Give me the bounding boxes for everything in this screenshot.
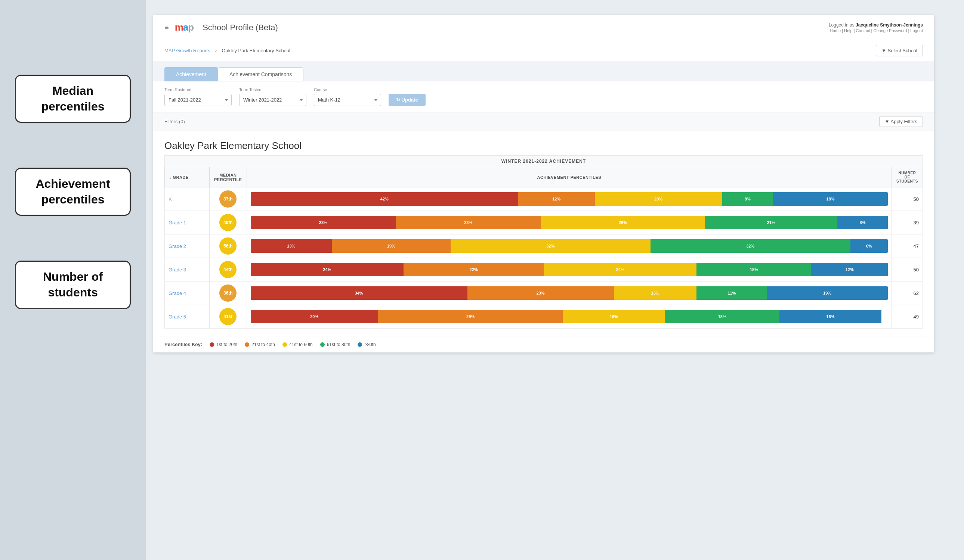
legend-dot [245, 342, 249, 347]
legend-item-label: 1st to 20th [217, 342, 237, 347]
grade-link[interactable]: Grade 1 [169, 220, 186, 226]
legend-item: 61st to 80th [320, 342, 350, 347]
number-cell: 50 [892, 258, 923, 281]
logged-in-text: Logged in as Jacqueline Smythson-Jenning… [829, 23, 923, 28]
header-user-info: Logged in as Jacqueline Smythson-Jenning… [829, 23, 923, 33]
legend-item-label: >80th [364, 342, 376, 347]
course-group: Course Math K-12 [314, 88, 381, 106]
number-cell: 47 [892, 234, 923, 258]
term-rostered-label: Term Rostered [164, 88, 232, 92]
median-badge: 44th [219, 261, 236, 278]
term-tested-select[interactable]: Winter 2021-2022 [239, 94, 306, 106]
course-select[interactable]: Math K-12 [314, 94, 381, 106]
grade-link[interactable]: Grade 2 [169, 243, 186, 249]
col-header-achievement: Achievement Percentiles [247, 167, 892, 187]
term-tested-label: Term Tested [239, 88, 306, 92]
bar-segment: 12% [518, 192, 595, 206]
number-cell: 39 [892, 211, 923, 234]
breadcrumb-current: Oakley Park Elementary School [221, 48, 290, 54]
bar-container: 13%19%32%32%6% [251, 239, 888, 253]
median-badge: 49th [219, 214, 236, 231]
legend-item: 21st to 40th [245, 342, 275, 347]
bar-segment: 8% [837, 216, 888, 229]
apply-filters-button[interactable]: ▼ Apply Filters [879, 116, 923, 127]
legend-dot [320, 342, 325, 347]
annotations-panel: Median percentiles Achievement percentil… [0, 0, 146, 309]
grade-link[interactable]: Grade 5 [169, 314, 186, 320]
breadcrumb-link[interactable]: MAP Growth Reports [164, 48, 210, 54]
bar-segment: 16% [779, 310, 881, 323]
legend-item: >80th [358, 342, 376, 347]
grade-link[interactable]: Grade 4 [169, 291, 186, 296]
select-school-button[interactable]: ▼ Select School [876, 45, 923, 56]
bar-segment: 20% [595, 192, 722, 206]
bar-segment: 42% [251, 192, 518, 206]
breadcrumb-bar: MAP Growth Reports > Oakley Park Element… [153, 40, 934, 61]
bar-container: 34%23%13%11%19% [251, 286, 888, 300]
breadcrumb: MAP Growth Reports > Oakley Park Element… [164, 48, 290, 54]
median-badge: 36th [219, 284, 236, 302]
annotation-median: Median percentiles [15, 75, 131, 123]
bar-cell: 13%19%32%32%6% [247, 234, 892, 258]
bar-segment: 24% [544, 263, 697, 276]
table-row: Grade 541st20%29%16%18%16%49 [165, 305, 923, 328]
term-rostered-select[interactable]: Fall 2021-2022 [164, 94, 232, 106]
achievement-table: WINTER 2021-2022 ACHIEVEMENT ↓ Grade Med… [164, 155, 923, 328]
col-header-median: Median Percentile [210, 167, 247, 187]
bar-segment: 13% [614, 286, 697, 300]
median-badge: 56th [219, 237, 236, 255]
bar-segment: 16% [563, 310, 665, 323]
bar-segment: 32% [651, 239, 850, 253]
bar-segment: 19% [767, 286, 888, 300]
section-header: WINTER 2021-2022 ACHIEVEMENT [165, 156, 923, 167]
bar-segment: 34% [251, 286, 467, 300]
bar-container: 23%23%26%21%8% [251, 216, 888, 229]
legend-dot [210, 342, 214, 347]
legend-bar: Percentiles Key: 1st to 20th21st to 40th… [153, 336, 934, 352]
bar-container: 42%12%20%8%18% [251, 192, 888, 206]
logo: map [175, 22, 194, 33]
logo-p: p [188, 22, 194, 33]
course-label: Course [314, 88, 381, 92]
number-cell: 50 [892, 187, 923, 211]
user-name: Jacqueline Smythson-Jennings [856, 23, 923, 28]
bar-segment: 26% [541, 216, 705, 229]
bar-segment: 8% [722, 192, 773, 206]
hamburger-icon[interactable]: ≡ [164, 23, 169, 32]
number-cell: 62 [892, 281, 923, 305]
filters-label: Filters (0) [164, 119, 185, 124]
table-row: Grade 149th23%23%26%21%8%39 [165, 211, 923, 234]
legend-dot [282, 342, 287, 347]
grade-link[interactable]: K [169, 196, 172, 202]
legend-prefix: Percentiles Key: [164, 342, 202, 347]
col-header-number: Number of Students [892, 167, 923, 187]
median-cell: 36th [210, 281, 247, 305]
table-row: Grade 436th34%23%13%11%19%62 [165, 281, 923, 305]
filters-bar: Filters (0) ▼ Apply Filters [153, 112, 934, 131]
legend-item-label: 21st to 40th [251, 342, 275, 347]
table-row: Grade 256th13%19%32%32%6%47 [165, 234, 923, 258]
grade-link[interactable]: Grade 3 [169, 267, 186, 273]
legend-item: 1st to 20th [210, 342, 237, 347]
tabs-bar: Achievement Achievement Comparisons [153, 61, 934, 81]
bar-cell: 42%12%20%8%18% [247, 187, 892, 211]
bar-segment: 23% [251, 216, 396, 229]
bar-segment: 23% [396, 216, 541, 229]
term-rostered-group: Term Rostered Fall 2021-2022 [164, 88, 232, 106]
bar-container: 20%29%16%18%16% [251, 310, 888, 323]
median-cell: 37th [210, 187, 247, 211]
data-section: WINTER 2021-2022 ACHIEVEMENT ↓ Grade Med… [153, 155, 934, 336]
median-cell: 49th [210, 211, 247, 234]
bar-segment: 23% [467, 286, 614, 300]
tab-achievement[interactable]: Achievement [164, 67, 218, 81]
annotation-achievement: Achievement percentiles [15, 168, 131, 216]
table-row: Grade 344th24%22%24%18%12%50 [165, 258, 923, 281]
bar-cell: 20%29%16%18%16% [247, 305, 892, 328]
legend-item-label: 41st to 60th [289, 342, 313, 347]
update-button[interactable]: ↻ Update [389, 94, 426, 106]
tab-achievement-comparisons[interactable]: Achievement Comparisons [218, 67, 303, 81]
bar-segment: 20% [251, 310, 378, 323]
controls-bar: Term Rostered Fall 2021-2022 Term Tested… [153, 81, 934, 112]
legend-item-label: 61st to 80th [327, 342, 350, 347]
school-title-bar: Oakley Park Elementary School [153, 131, 934, 155]
